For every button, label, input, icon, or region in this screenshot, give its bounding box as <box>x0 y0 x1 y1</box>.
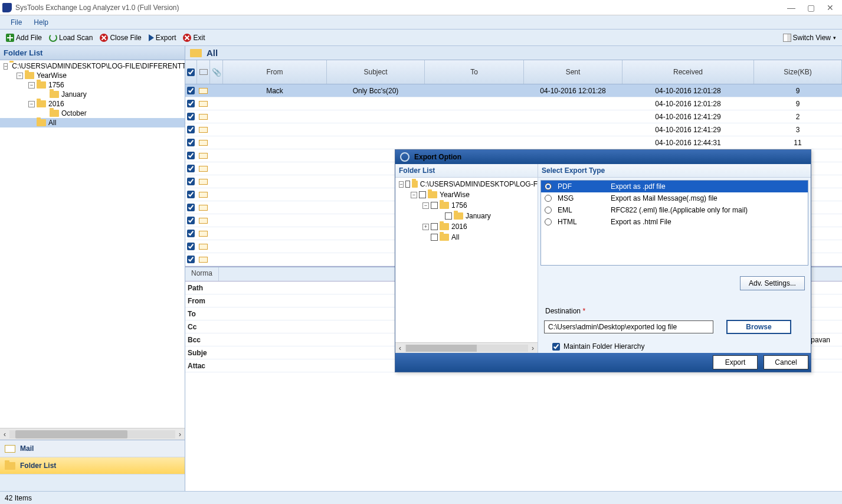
expander-icon[interactable]: − <box>399 181 404 188</box>
destination-input[interactable] <box>544 320 713 333</box>
tree-checkbox[interactable] <box>445 212 452 220</box>
close-icon[interactable]: ✕ <box>827 3 834 12</box>
header-subject[interactable]: Subject <box>327 60 425 84</box>
row-checkbox[interactable] <box>187 113 195 120</box>
radio-icon[interactable] <box>545 207 552 214</box>
tree-all[interactable]: All <box>0 118 185 127</box>
header-to[interactable]: To <box>425 60 524 84</box>
tree-checkbox[interactable] <box>431 223 438 230</box>
maintain-hierarchy-row[interactable]: Maintain Folder Hierarchy <box>538 338 811 353</box>
dialog-folder-tree[interactable]: −C:\USERS\ADMIN\DESKTOP\LOG-F −YearWise … <box>395 178 538 342</box>
export-type-msg[interactable]: MSGExport as Mail Message(.msg) file <box>541 192 808 204</box>
tree-2016[interactable]: −2016 <box>0 99 185 109</box>
menu-help[interactable]: Help <box>28 18 54 27</box>
adv-settings-button[interactable]: Adv. Settings... <box>740 276 805 290</box>
dialog-scrollbar[interactable]: ‹ › <box>395 342 538 353</box>
table-row[interactable]: MackOnly Bcc's(20)04-10-2016 12:01:2804-… <box>185 84 842 97</box>
header-size[interactable]: Size(KB) <box>754 60 842 84</box>
dlg-tree-all[interactable]: All <box>395 232 538 243</box>
tree-january[interactable]: January <box>0 90 185 99</box>
row-checkbox[interactable] <box>187 152 195 159</box>
browse-button[interactable]: Browse <box>726 320 791 334</box>
header-sent[interactable]: Sent <box>524 60 623 84</box>
close-file-button[interactable]: Close File <box>96 34 145 42</box>
tree-checkbox[interactable] <box>419 191 426 198</box>
scroll-thumb[interactable] <box>15 430 127 438</box>
export-type-desc: Export as Mail Message(.msg) file <box>611 194 804 202</box>
load-scan-button[interactable]: Load Scan <box>45 34 96 42</box>
export-button[interactable]: Export <box>145 34 180 42</box>
scroll-right-icon[interactable]: › <box>175 430 185 438</box>
row-checkbox[interactable] <box>187 87 195 94</box>
expander-icon[interactable]: − <box>422 202 429 209</box>
header-received[interactable]: Received <box>623 60 754 84</box>
header-checkbox-cell[interactable] <box>185 60 197 84</box>
dlg-tree-root[interactable]: −C:\USERS\ADMIN\DESKTOP\LOG-F <box>395 179 538 189</box>
table-row[interactable]: 04-10-2016 12:41:293 <box>185 123 842 136</box>
tree-october[interactable]: October <box>0 109 185 118</box>
table-row[interactable]: 04-10-2016 12:44:3111 <box>185 136 842 149</box>
dlg-tree-2016[interactable]: +2016 <box>395 221 538 232</box>
dialog-export-button[interactable]: Export <box>713 355 758 369</box>
row-checkbox[interactable] <box>187 243 195 250</box>
maximize-icon[interactable]: ▢ <box>807 3 815 12</box>
dlg-tree-january[interactable]: January <box>395 211 538 221</box>
tree-checkbox[interactable] <box>431 202 438 209</box>
tree-checkbox[interactable] <box>431 234 438 241</box>
select-all-checkbox[interactable] <box>187 68 195 76</box>
expander-icon[interactable]: − <box>17 73 23 79</box>
export-type-name: HTML <box>558 218 611 226</box>
nav-mail[interactable]: Mail <box>0 440 185 457</box>
minimize-icon[interactable]: — <box>787 3 795 12</box>
nav-folder-list[interactable]: Folder List <box>0 457 185 474</box>
row-checkbox[interactable] <box>187 256 195 263</box>
radio-icon[interactable] <box>545 218 552 225</box>
tree-checkbox[interactable] <box>405 181 410 188</box>
tab-normal[interactable]: Norma <box>185 267 219 281</box>
export-type-pdf[interactable]: PDFExport as .pdf file <box>541 181 808 192</box>
row-checkbox[interactable] <box>187 139 195 146</box>
row-checkbox[interactable] <box>187 100 195 107</box>
switch-view-button[interactable]: Switch View▾ <box>779 34 840 42</box>
expander-icon[interactable]: − <box>28 82 35 89</box>
row-checkbox[interactable] <box>187 165 195 172</box>
left-scrollbar[interactable]: ‹ › <box>0 428 185 440</box>
cell-received: 04-10-2016 12:01:28 <box>623 100 754 108</box>
radio-icon[interactable] <box>545 183 552 190</box>
table-row[interactable]: 04-10-2016 12:01:289 <box>185 97 842 110</box>
cell-size: 11 <box>754 139 842 147</box>
tree-yearwise[interactable]: −YearWise <box>0 71 185 80</box>
row-checkbox[interactable] <box>187 126 195 133</box>
row-checkbox[interactable] <box>187 230 195 237</box>
export-type-list[interactable]: PDFExport as .pdf fileMSGExport as Mail … <box>540 180 808 266</box>
folder-tree[interactable]: −C:\USERS\ADMIN\DESKTOP\LOG-FILE\DIFFERE… <box>0 60 185 428</box>
scroll-right-icon[interactable]: › <box>528 344 538 352</box>
row-checkbox[interactable] <box>187 217 195 224</box>
scroll-left-icon[interactable]: ‹ <box>0 430 9 438</box>
table-row[interactable]: 04-10-2016 12:41:292 <box>185 110 842 123</box>
menu-file[interactable]: File <box>5 18 28 27</box>
expander-icon[interactable]: + <box>422 224 429 230</box>
export-type-eml[interactable]: EMLRFC822 (.eml) file.(Applicable only f… <box>541 204 808 216</box>
exit-button[interactable]: Exit <box>179 34 208 42</box>
tree-1756[interactable]: −1756 <box>0 80 185 90</box>
dlg-tree-1756[interactable]: −1756 <box>395 200 538 211</box>
tree-root[interactable]: −C:\USERS\ADMIN\DESKTOP\LOG-FILE\DIFFERE… <box>0 61 185 71</box>
expander-icon[interactable]: − <box>28 101 35 107</box>
expander-icon[interactable]: − <box>4 63 8 70</box>
header-from[interactable]: From <box>223 60 327 84</box>
export-type-html[interactable]: HTMLExport as .html File <box>541 216 808 228</box>
row-checkbox[interactable] <box>187 204 195 211</box>
dialog-cancel-button[interactable]: Cancel <box>764 355 808 369</box>
expander-icon[interactable]: − <box>411 192 417 198</box>
add-file-button[interactable]: Add File <box>2 34 45 42</box>
folder-icon <box>412 181 418 188</box>
radio-icon[interactable] <box>545 195 552 202</box>
maintain-hierarchy-checkbox[interactable] <box>552 343 560 351</box>
scroll-thumb[interactable] <box>406 345 477 352</box>
row-checkbox[interactable] <box>187 191 195 198</box>
envelope-icon <box>199 140 208 146</box>
dlg-tree-yearwise[interactable]: −YearWise <box>395 189 538 200</box>
scroll-left-icon[interactable]: ‹ <box>395 344 405 352</box>
row-checkbox[interactable] <box>187 178 195 185</box>
